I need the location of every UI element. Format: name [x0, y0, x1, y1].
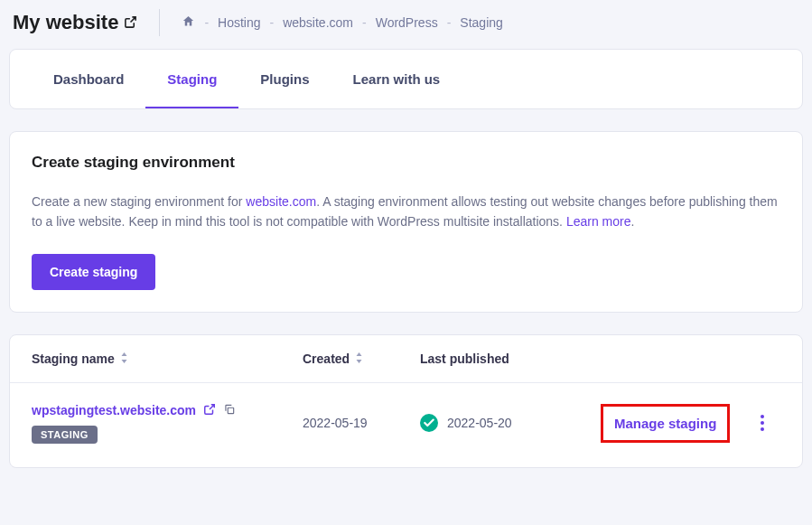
tab-learn[interactable]: Learn with us — [331, 50, 462, 108]
breadcrumb-item-staging[interactable]: Staging — [460, 15, 502, 30]
tab-plugins[interactable]: Plugins — [238, 50, 331, 108]
create-staging-title: Create staging environment — [32, 154, 780, 172]
divider — [159, 9, 160, 36]
tabs: Dashboard Staging Plugins Learn with us — [10, 50, 802, 108]
desc-pre: Create a new staging environment for — [32, 194, 246, 209]
home-icon[interactable] — [182, 14, 195, 31]
sort-icon — [355, 352, 363, 366]
table-row: wpstagingtest.website.com STAGING 2022-0… — [10, 383, 802, 467]
staging-table: Staging name Created Last published wpst… — [9, 334, 803, 468]
th-published-label: Last published — [420, 352, 509, 366]
manage-staging-button[interactable]: Manage staging — [601, 404, 730, 443]
breadcrumb-sep: - — [204, 15, 209, 30]
breadcrumb-sep: - — [447, 15, 452, 30]
breadcrumb: - Hosting - website.com - WordPress - St… — [182, 14, 502, 31]
create-staging-description: Create a new staging environment for web… — [32, 192, 780, 232]
breadcrumb-item-hosting[interactable]: Hosting — [218, 15, 260, 30]
breadcrumb-item-wordpress[interactable]: WordPress — [376, 15, 438, 30]
breadcrumb-item-website[interactable]: website.com — [283, 15, 353, 30]
staging-site-link[interactable]: wpstagingtest.website.com — [32, 403, 196, 417]
tab-dashboard[interactable]: Dashboard — [32, 50, 145, 108]
table-header: Staging name Created Last published — [10, 335, 802, 383]
learn-more-link[interactable]: Learn more — [566, 214, 631, 229]
actions-menu-icon[interactable] — [744, 409, 780, 436]
staging-name-cell: wpstagingtest.website.com STAGING — [32, 403, 303, 444]
copy-icon[interactable] — [223, 403, 236, 418]
th-created-label: Created — [303, 352, 350, 366]
th-name-label: Staging name — [32, 352, 115, 366]
create-staging-button[interactable]: Create staging — [32, 254, 155, 290]
th-staging-name[interactable]: Staging name — [32, 352, 303, 366]
tab-staging[interactable]: Staging — [145, 50, 238, 108]
created-cell: 2022-05-19 — [303, 416, 420, 430]
published-date: 2022-05-20 — [447, 416, 512, 430]
website-link[interactable]: website.com — [246, 194, 316, 209]
breadcrumb-sep: - — [362, 15, 367, 30]
published-cell: 2022-05-20 — [420, 414, 601, 432]
th-created[interactable]: Created — [303, 352, 420, 366]
th-last-published: Last published — [420, 352, 601, 366]
tabs-card: Dashboard Staging Plugins Learn with us — [9, 49, 803, 109]
external-link-icon[interactable] — [203, 403, 216, 418]
desc-period: . — [631, 214, 635, 229]
create-staging-panel: Create staging environment Create a new … — [9, 131, 803, 313]
check-circle-icon — [420, 414, 438, 432]
sort-icon — [120, 352, 128, 366]
staging-badge: STAGING — [32, 426, 98, 444]
svg-rect-0 — [228, 408, 233, 413]
page-title-text: My website — [13, 11, 118, 34]
external-link-icon[interactable] — [124, 11, 137, 34]
page-title: My website — [13, 11, 137, 34]
breadcrumb-sep: - — [270, 15, 275, 30]
